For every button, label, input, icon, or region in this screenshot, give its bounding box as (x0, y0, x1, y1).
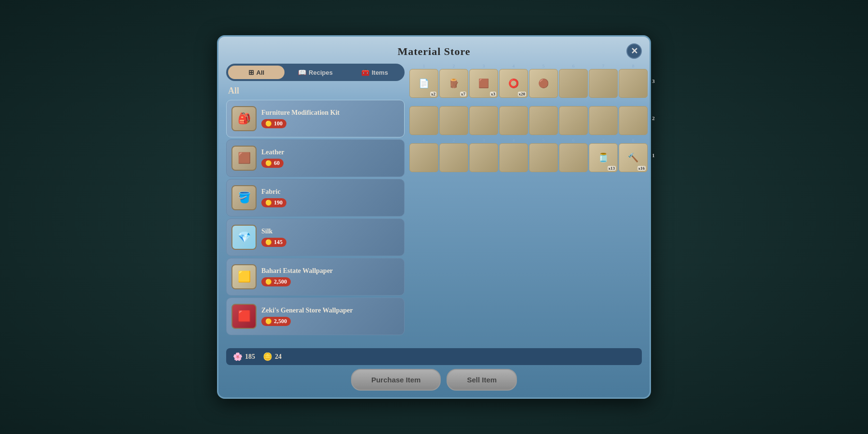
inventory-cell[interactable]: 🟤 (529, 69, 558, 98)
inventory-cell[interactable] (559, 143, 588, 172)
coin-icon: 🟡 (265, 121, 272, 127)
row-count: 3 (649, 78, 658, 84)
inventory-cell[interactable] (439, 106, 468, 135)
col-num: 3 (483, 138, 485, 143)
item-name: Silk (261, 228, 399, 235)
item-thumbnail: 🟫 (231, 146, 257, 171)
modal-body: ⊞ All 📖 Recipes 🧰 Items All 🎒 (218, 64, 650, 343)
row-count: 1 (649, 152, 658, 158)
item-thumbnail: 🟥 (231, 304, 257, 329)
currency-bar: 🌸 185 🪙 24 (226, 348, 642, 365)
inventory-cell[interactable] (439, 143, 468, 172)
inventory-cell[interactable]: 🟫x3 (469, 69, 498, 98)
book-icon: 📖 (298, 68, 306, 76)
sell-button[interactable]: Sell Item (447, 369, 517, 391)
inventory-cell[interactable] (619, 69, 648, 98)
col-num: 1 (423, 138, 425, 143)
left-panel: ⊞ All 📖 Recipes 🧰 Items All 🎒 (226, 64, 405, 338)
col-num: 8 (632, 64, 635, 68)
item-info: Bahari Estate Wallpaper 🟡 2,500 (261, 267, 399, 286)
list-item[interactable]: 🟨 Bahari Estate Wallpaper 🟡 2,500 (226, 258, 405, 296)
inventory-cell[interactable] (529, 106, 558, 135)
list-item[interactable]: 💎 Silk 🟡 145 (226, 218, 405, 256)
row-count: 2 (649, 115, 658, 121)
col-num: 7 (602, 101, 605, 106)
list-item[interactable]: 🟥 Zeki's General Store Wallpaper 🟡 2,500 (226, 298, 405, 335)
col-num: 4 (513, 64, 515, 68)
coin-currency-icon: 🪙 (263, 352, 272, 361)
col-num: 1 (423, 64, 425, 68)
section-label: All (226, 86, 405, 96)
item-price: 🟡 60 (261, 159, 284, 168)
modal-footer: 🌸 185 🪙 24 Purchase Item Sell Item (218, 343, 650, 397)
inventory-cell[interactable] (499, 106, 528, 135)
col-num: 2 (453, 64, 455, 68)
grid-icon: ⊞ (248, 68, 254, 76)
inventory-cell[interactable] (469, 143, 498, 172)
inventory-cell[interactable] (499, 143, 528, 172)
col-num: 7 (602, 64, 605, 68)
item-info: Leather 🟡 60 (261, 149, 399, 168)
item-price: 🟡 2,500 (261, 317, 291, 326)
tab-all[interactable]: ⊞ All (228, 66, 285, 79)
item-thumbnail: 🟨 (231, 264, 257, 289)
material-store-modal: Material Store ✕ ⊞ All 📖 Recipes 🧰 Items (217, 35, 651, 399)
coin-icon: 🟡 (265, 239, 272, 245)
inventory-cell[interactable] (589, 106, 618, 135)
inventory-cell[interactable]: ⭕x20 (499, 69, 528, 98)
item-info: Silk 🟡 145 (261, 228, 399, 247)
inventory-cell[interactable] (529, 143, 558, 172)
inventory-cell[interactable] (559, 69, 588, 98)
col-num: 8 (632, 138, 635, 143)
modal-header: Material Store ✕ (218, 37, 650, 64)
col-num: 5 (542, 138, 545, 143)
inventory-cell[interactable] (469, 106, 498, 135)
list-item[interactable]: 🎒 Furniture Modification Kit 🟡 100 (226, 100, 405, 137)
coin-icon: 🟡 (265, 279, 272, 285)
tab-items[interactable]: 🧰 Items (346, 66, 403, 79)
inventory-cell[interactable]: 🪵x7 (439, 69, 468, 98)
col-num: 8 (632, 101, 635, 106)
inventory-cell[interactable]: 📄x2 (409, 69, 438, 98)
col-num: 7 (602, 138, 605, 143)
inventory-cell[interactable]: 🫙x13 (589, 143, 618, 172)
col-num: 5 (542, 101, 545, 106)
col-num: 2 (453, 138, 455, 143)
item-price: 🟡 2,500 (261, 277, 291, 286)
inventory-cell[interactable] (589, 69, 618, 98)
inventory-cell[interactable]: 🔨x16 (619, 143, 648, 172)
item-name: Furniture Modification Kit (261, 109, 399, 117)
list-item[interactable]: 🟫 Leather 🟡 60 (226, 139, 405, 177)
col-num: 5 (542, 64, 545, 68)
coin-icon: 🟡 (265, 160, 272, 166)
item-thumbnail: 💎 (231, 225, 257, 250)
items-list: 🎒 Furniture Modification Kit 🟡 100 🟫 Lea… (226, 100, 405, 338)
modal-title: Material Store (397, 45, 470, 57)
item-name: Zeki's General Store Wallpaper (261, 307, 399, 314)
list-item[interactable]: 🪣 Fabric 🟡 190 (226, 179, 405, 217)
item-info: Fabric 🟡 190 (261, 188, 399, 207)
item-price: 🟡 190 (261, 198, 286, 207)
col-num: 4 (513, 101, 515, 106)
close-button[interactable]: ✕ (626, 43, 642, 59)
tools-icon: 🧰 (361, 68, 369, 76)
coin-icon: 🟡 (265, 318, 272, 325)
inventory-cell[interactable] (409, 106, 438, 135)
inventory-cell[interactable] (619, 106, 648, 135)
item-name: Leather (261, 149, 399, 156)
item-thumbnail: 🪣 (231, 185, 257, 210)
purchase-button[interactable]: Purchase Item (351, 369, 441, 391)
coins-currency: 🪙 24 (263, 352, 282, 361)
col-num: 1 (423, 101, 425, 106)
coin-icon: 🟡 (265, 200, 272, 206)
inventory-cell[interactable] (559, 106, 588, 135)
col-num: 4 (513, 138, 515, 143)
item-name: Bahari Estate Wallpaper (261, 267, 399, 275)
tab-recipes[interactable]: 📖 Recipes (287, 66, 344, 79)
item-info: Furniture Modification Kit 🟡 100 (261, 109, 399, 128)
col-num: 3 (483, 101, 485, 106)
item-name: Fabric (261, 188, 399, 196)
col-num: 6 (572, 64, 575, 68)
tabs-container: ⊞ All 📖 Recipes 🧰 Items (226, 64, 405, 81)
inventory-cell[interactable] (409, 143, 438, 172)
